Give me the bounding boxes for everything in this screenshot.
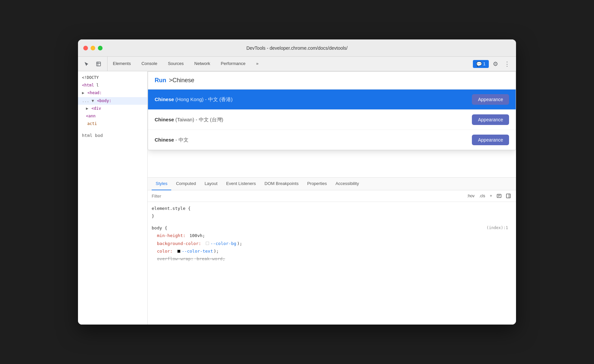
run-label: Run — [155, 77, 166, 84]
add-style-button[interactable]: + — [488, 193, 493, 199]
result-bold-tw: Chinese — [155, 117, 174, 122]
bottom-panel: Styles Computed Layout Event Listeners D… — [148, 177, 516, 325]
breadcrumb-html[interactable]: html — [82, 133, 92, 138]
new-style-rule-icon[interactable] — [495, 192, 503, 200]
styles-tabs: Styles Computed Layout Event Listeners D… — [148, 178, 516, 190]
messages-badge-button[interactable]: 💬 1 — [473, 60, 489, 68]
body-selector-line: body { (index):1 — [152, 224, 512, 232]
maximize-button[interactable] — [98, 46, 103, 50]
tab-accessibility[interactable]: Accessibility — [332, 178, 363, 190]
element-style-close: } — [152, 212, 512, 220]
main-tabs: Elements Console Sources Network Perform… — [108, 57, 469, 71]
file-reference[interactable]: (index):1 — [486, 224, 508, 232]
tab-computed[interactable]: Computed — [172, 178, 200, 190]
window-controls — [83, 46, 103, 50]
result-rest-tw: (Taiwan) - 中文 (台灣) — [174, 117, 223, 122]
dom-panel: <!DOCTY <html l ▶ <head: ... ▼ <body: ▶ … — [78, 71, 148, 325]
dom-line-html[interactable]: <html l — [78, 82, 147, 89]
element-style-selector: element.style { — [152, 205, 512, 212]
main-area: <!DOCTY <html l ▶ <head: ... ▼ <body: ▶ … — [78, 71, 516, 325]
appearance-button-tw[interactable]: Appearance — [472, 114, 509, 125]
prop-color: color: --color-text ); — [157, 247, 512, 255]
filter-input[interactable] — [152, 194, 463, 199]
badge-count: 1 — [483, 61, 485, 66]
breadcrumb-body[interactable]: bod — [95, 133, 103, 138]
tab-console[interactable]: Console — [136, 57, 163, 71]
command-palette: Run >Chinese Chinese (Hong Kong) - 中文 (香… — [148, 71, 516, 150]
result-item-tw[interactable]: Chinese (Taiwan) - 中文 (台灣) Appearance — [148, 110, 516, 130]
appearance-button-hk[interactable]: Appearance — [472, 94, 509, 105]
dom-line-head[interactable]: ▶ <head: — [78, 89, 147, 97]
command-query: >Chinese — [169, 77, 194, 84]
tab-dom-breakpoints[interactable]: DOM Breakpoints — [260, 178, 303, 190]
tab-layout[interactable]: Layout — [200, 178, 221, 190]
prop-overflow-wrap: overflow-wrap: break-word; — [157, 255, 512, 263]
hov-button[interactable]: :hov — [466, 193, 476, 199]
titlebar: DevTools - developer.chrome.com/docs/dev… — [78, 39, 516, 57]
prop-background-color: background-color: --color-bg ); — [157, 240, 512, 247]
tab-styles[interactable]: Styles — [152, 178, 171, 190]
result-item-cn[interactable]: Chinese - 中文 Appearance — [148, 130, 516, 150]
appearance-button-cn[interactable]: Appearance — [472, 135, 509, 145]
command-input-row: Run >Chinese — [148, 72, 516, 90]
tab-sources[interactable]: Sources — [163, 57, 189, 71]
body-rule-block: body { (index):1 min-height: 100vh; back… — [152, 224, 512, 263]
result-bold-cn: Chinese — [155, 137, 174, 143]
more-options-icon[interactable]: ⋮ — [502, 59, 512, 69]
tab-more[interactable]: » — [251, 57, 264, 71]
svg-rect-3 — [497, 194, 501, 198]
tab-network[interactable]: Network — [189, 57, 216, 71]
result-rest-cn: - 中文 — [174, 137, 188, 143]
filter-bar: :hov .cls + — [148, 190, 516, 202]
element-style-block: element.style { } — [152, 205, 512, 220]
devtools-toolbar: Elements Console Sources Network Perform… — [78, 57, 516, 71]
close-button[interactable] — [83, 46, 88, 50]
cls-button[interactable]: .cls — [478, 193, 486, 199]
toolbar-right: 💬 1 ⚙ ⋮ — [469, 57, 516, 71]
prop-min-height: min-height: 100vh; — [157, 232, 512, 239]
toolbar-icon-group — [78, 57, 108, 71]
bg-color-swatch[interactable] — [206, 242, 209, 245]
result-bold-hk: Chinese — [155, 96, 174, 102]
message-icon: 💬 — [476, 61, 482, 67]
svg-rect-0 — [97, 62, 101, 66]
svg-rect-6 — [506, 194, 510, 198]
dom-line-acti: acti — [78, 120, 147, 128]
devtools-window: DevTools - developer.chrome.com/docs/dev… — [78, 39, 516, 325]
tab-elements[interactable]: Elements — [108, 57, 136, 71]
css-content: element.style { } body { (index):1 — [148, 202, 516, 325]
dom-line-doctype: <!DOCTY — [78, 74, 147, 82]
result-item-hk[interactable]: Chinese (Hong Kong) - 中文 (香港) Appearance — [148, 90, 516, 110]
command-results: Chinese (Hong Kong) - 中文 (香港) Appearance… — [148, 90, 516, 150]
dom-line-body[interactable]: ... ▼ <body: — [78, 97, 147, 105]
window-title: DevTools - developer.chrome.com/docs/dev… — [246, 45, 347, 51]
tab-properties[interactable]: Properties — [303, 178, 331, 190]
toggle-sidebar-icon[interactable] — [505, 192, 512, 200]
dom-line-div[interactable]: ▶ <div — [78, 105, 147, 112]
cursor-icon[interactable] — [82, 59, 91, 69]
tab-performance[interactable]: Performance — [215, 57, 251, 71]
text-color-swatch[interactable] — [177, 250, 181, 253]
minimize-button[interactable] — [91, 46, 95, 50]
filter-actions: :hov .cls + — [466, 192, 512, 200]
dom-line-ann[interactable]: <ann — [78, 112, 147, 120]
inspect-icon[interactable] — [94, 59, 103, 69]
right-panel: Run >Chinese Chinese (Hong Kong) - 中文 (香… — [148, 71, 516, 325]
tab-event-listeners[interactable]: Event Listeners — [222, 178, 260, 190]
settings-icon[interactable]: ⚙ — [491, 59, 500, 69]
result-rest-hk: (Hong Kong) - 中文 (香港) — [174, 96, 233, 102]
